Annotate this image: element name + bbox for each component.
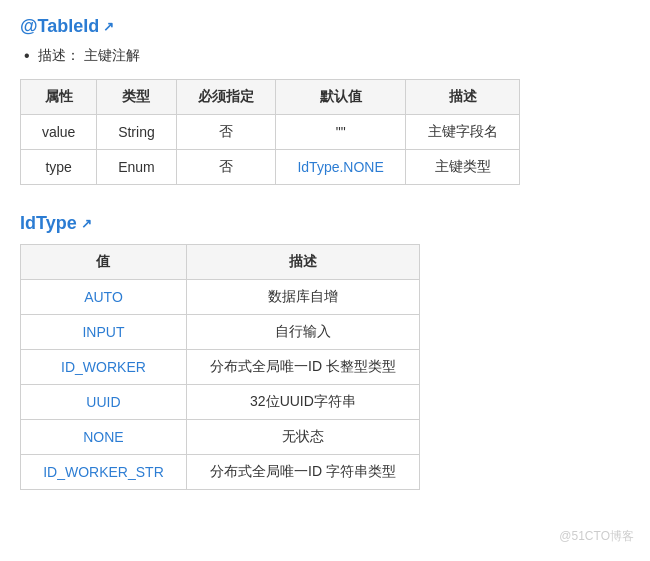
cell-default: "" — [275, 115, 405, 150]
col-desc: 描述 — [186, 245, 419, 280]
col-value: 值 — [21, 245, 187, 280]
cell-type: String — [97, 115, 176, 150]
cell-value: ID_WORKER — [21, 350, 187, 385]
cell-desc: 自行输入 — [186, 315, 419, 350]
idtype-header-row: 值 描述 — [21, 245, 420, 280]
idtype-title: IdType ↗ — [20, 213, 630, 234]
cell-desc: 主键字段名 — [406, 115, 520, 150]
tableid-section: @TableId ↗ 描述： 主键注解 属性 类型 必须指定 默认值 描述 va… — [20, 16, 630, 185]
cell-default[interactable]: IdType.NONE — [275, 150, 405, 185]
cell-type: Enum — [97, 150, 176, 185]
idtype-section: IdType ↗ 值 描述 AUTO数据库自增INPUT自行输入ID_WORKE… — [20, 213, 630, 490]
table-row: NONE无状态 — [21, 420, 420, 455]
cell-attr: value — [21, 115, 97, 150]
cell-desc: 分布式全局唯一ID 长整型类型 — [186, 350, 419, 385]
table-row: INPUT自行输入 — [21, 315, 420, 350]
col-attr: 属性 — [21, 80, 97, 115]
cell-value: NONE — [21, 420, 187, 455]
cell-required: 否 — [176, 115, 275, 150]
desc-value: 主键注解 — [84, 47, 140, 65]
cell-desc: 数据库自增 — [186, 280, 419, 315]
table-row: type Enum 否 IdType.NONE 主键类型 — [21, 150, 520, 185]
idtype-title-text: IdType — [20, 213, 77, 234]
tableid-table: 属性 类型 必须指定 默认值 描述 value String 否 "" 主键字段… — [20, 79, 520, 185]
cell-required: 否 — [176, 150, 275, 185]
cell-desc: 分布式全局唯一ID 字符串类型 — [186, 455, 419, 490]
col-default: 默认值 — [275, 80, 405, 115]
table-row: UUID32位UUID字符串 — [21, 385, 420, 420]
tableid-description: 描述： 主键注解 — [24, 47, 630, 65]
idtype-table: 值 描述 AUTO数据库自增INPUT自行输入ID_WORKER分布式全局唯一I… — [20, 244, 420, 490]
idtype-link-icon[interactable]: ↗ — [81, 216, 92, 231]
cell-value: ID_WORKER_STR — [21, 455, 187, 490]
tableid-header-row: 属性 类型 必须指定 默认值 描述 — [21, 80, 520, 115]
cell-desc: 主键类型 — [406, 150, 520, 185]
table-row: AUTO数据库自增 — [21, 280, 420, 315]
desc-label: 描述： — [38, 47, 80, 65]
watermark: @51CTO博客 — [559, 528, 634, 545]
cell-attr: type — [21, 150, 97, 185]
table-row: ID_WORKER分布式全局唯一ID 长整型类型 — [21, 350, 420, 385]
col-desc: 描述 — [406, 80, 520, 115]
tableid-title: @TableId ↗ — [20, 16, 630, 37]
col-required: 必须指定 — [176, 80, 275, 115]
cell-desc: 32位UUID字符串 — [186, 385, 419, 420]
cell-value: AUTO — [21, 280, 187, 315]
col-type: 类型 — [97, 80, 176, 115]
cell-value: UUID — [21, 385, 187, 420]
tableid-title-text: @TableId — [20, 16, 99, 37]
cell-desc: 无状态 — [186, 420, 419, 455]
cell-value: INPUT — [21, 315, 187, 350]
table-row: value String 否 "" 主键字段名 — [21, 115, 520, 150]
table-row: ID_WORKER_STR分布式全局唯一ID 字符串类型 — [21, 455, 420, 490]
tableid-link-icon[interactable]: ↗ — [103, 19, 114, 34]
